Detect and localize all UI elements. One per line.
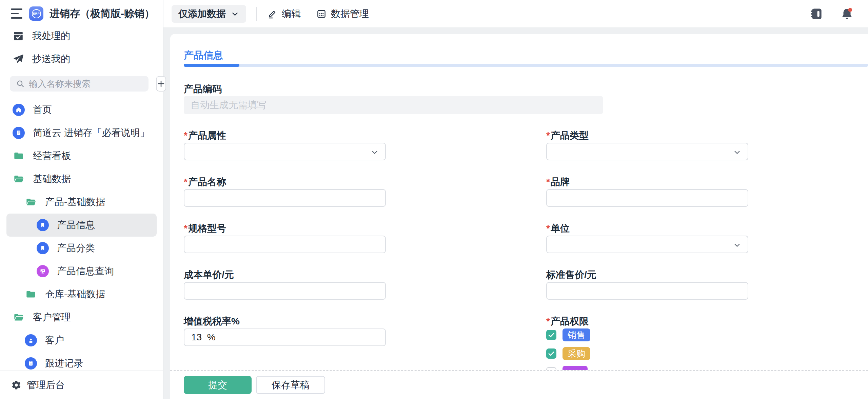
sidebar-item-label: 首页	[33, 103, 52, 116]
sidebar: ERP 进销存（极简版-赊销） 我处理的 抄送我的 首页 简道云 进销存「必看说…	[0, 0, 163, 399]
field-product-type: 产品类型	[546, 129, 748, 160]
checkbox-checked[interactable]	[546, 330, 556, 340]
field-label: 产品权限	[546, 315, 748, 325]
brand-input[interactable]	[546, 189, 748, 207]
field-tax-rate: 增值税税率%	[184, 315, 386, 370]
field-label: 产品属性	[184, 129, 386, 139]
cost-price-input[interactable]	[184, 282, 386, 300]
toolbar: 仅添加数据 编辑 数据管理	[163, 0, 868, 28]
sidebar-item-label: 产品信息查询	[57, 265, 114, 278]
permission-option-purchase: 采购	[546, 347, 748, 360]
sidebar-item-cc-me[interactable]: 抄送我的	[0, 47, 163, 71]
permission-tag-partial	[563, 366, 588, 370]
sidebar-item-product-info-query[interactable]: 产品信息查询	[0, 260, 163, 283]
sidebar-item-label: 基础数据	[33, 173, 71, 185]
sidebar-item-label: 客户	[45, 334, 64, 347]
field-product-permissions: 产品权限 销售 采购	[546, 315, 748, 370]
search-box[interactable]	[10, 76, 149, 92]
notification-badge-dot	[848, 8, 852, 12]
edit-label: 编辑	[282, 7, 301, 20]
home-icon	[13, 104, 25, 116]
checkbox-checked[interactable]	[546, 348, 556, 359]
permission-tag-sale: 销售	[563, 328, 590, 341]
sidebar-item-label: 仓库-基础数据	[45, 288, 105, 301]
product-attr-select[interactable]	[184, 143, 386, 160]
search-input[interactable]	[29, 79, 142, 89]
sidebar-item-label: 客户管理	[33, 311, 71, 324]
plus-icon	[157, 79, 165, 88]
monitor-chart-icon	[37, 265, 49, 277]
paper-plane-icon	[13, 53, 24, 65]
sidebar-item-base-data-folder[interactable]: 基础数据	[0, 167, 163, 191]
sidebar-item-guide[interactable]: 简道云 进销存「必看说明」	[0, 121, 163, 144]
pencil-icon	[267, 9, 277, 19]
permissions-list: 销售 采购	[546, 328, 748, 370]
admin-backend-label: 管理后台	[27, 379, 65, 392]
sidebar-item-warehouse-base-folder[interactable]: 仓库-基础数据	[0, 283, 163, 306]
field-product-name: 产品名称	[184, 176, 386, 207]
sidebar-item-label: 产品信息	[57, 219, 95, 232]
notebook-icon	[809, 6, 824, 21]
field-label: 增值税税率%	[184, 315, 386, 325]
document-icon	[13, 127, 25, 139]
edit-button[interactable]: 编辑	[267, 7, 301, 20]
app-logo-text: ERP	[32, 9, 41, 18]
tax-rate-input[interactable]	[184, 328, 386, 346]
save-draft-button[interactable]: 保存草稿	[256, 376, 325, 394]
sidebar-item-label: 抄送我的	[32, 53, 70, 65]
submit-button[interactable]: 提交	[184, 376, 252, 394]
field-label: 单位	[546, 222, 748, 232]
field-label: 成本单价/元	[184, 268, 386, 279]
sidebar-item-product-info[interactable]: 产品信息	[6, 214, 157, 237]
toolbar-right	[808, 6, 855, 22]
inbox-check-icon	[13, 30, 24, 42]
spec-model-input[interactable]	[184, 236, 386, 253]
menu-toggle-icon[interactable]	[11, 8, 23, 19]
sidebar-item-product-base-folder[interactable]: 产品-基础数据	[0, 191, 163, 214]
sidebar-item-customer[interactable]: 客户	[0, 329, 163, 352]
field-product-attr: 产品属性	[184, 129, 386, 160]
add-app-button[interactable]	[156, 76, 166, 92]
sidebar-item-label: 跟进记录	[45, 357, 83, 370]
bell-icon	[840, 7, 854, 21]
sidebar-item-customer-mgmt-folder[interactable]: 客户管理	[0, 306, 163, 329]
mode-dropdown-label: 仅添加数据	[178, 7, 226, 20]
mode-dropdown-button[interactable]: 仅添加数据	[172, 5, 246, 23]
chevron-down-icon	[231, 9, 239, 18]
form-progress-fill	[184, 64, 239, 67]
checkbox-unchecked[interactable]	[546, 367, 556, 370]
field-label: 产品名称	[184, 176, 386, 186]
field-spec-model: 规格型号	[184, 222, 386, 253]
toolbar-divider	[256, 7, 257, 21]
admin-backend-button[interactable]: 管理后台	[0, 371, 163, 399]
data-manage-button[interactable]: 数据管理	[316, 7, 369, 20]
product-name-input[interactable]	[184, 189, 386, 207]
sidebar-item-label: 我处理的	[32, 29, 70, 42]
sidebar-header: ERP 进销存（极简版-赊销）	[0, 0, 163, 24]
sidebar-item-label: 简道云 进销存「必看说明」	[33, 126, 150, 139]
folder-open-icon	[13, 312, 25, 323]
product-code-input	[184, 96, 603, 114]
chevron-down-icon	[733, 148, 742, 157]
folder-icon	[13, 151, 25, 161]
folder-open-icon	[25, 197, 37, 207]
product-type-select[interactable]	[546, 143, 748, 160]
sidebar-item-dashboard-folder[interactable]: 经营看板	[0, 144, 163, 167]
notebook-panel-button[interactable]	[808, 6, 825, 22]
folder-icon	[25, 289, 37, 300]
sidebar-item-my-tasks[interactable]: 我处理的	[0, 24, 163, 47]
clipboard-icon	[25, 357, 37, 370]
notifications-button[interactable]	[839, 6, 855, 22]
chevron-down-icon	[370, 148, 379, 157]
field-label: 产品编码	[184, 83, 603, 93]
permission-option-sale: 销售	[546, 328, 748, 341]
field-brand: 品牌	[546, 176, 748, 207]
sidebar-item-product-category[interactable]: 产品分类	[0, 237, 163, 260]
data-grid-icon	[316, 9, 327, 19]
field-unit: 单位	[546, 222, 748, 253]
folder-open-icon	[13, 174, 25, 184]
std-price-input[interactable]	[546, 282, 748, 300]
sidebar-item-home[interactable]: 首页	[0, 98, 163, 121]
main-area: 仅添加数据 编辑 数据管理 产品信息	[163, 0, 868, 399]
unit-select[interactable]	[546, 236, 748, 253]
